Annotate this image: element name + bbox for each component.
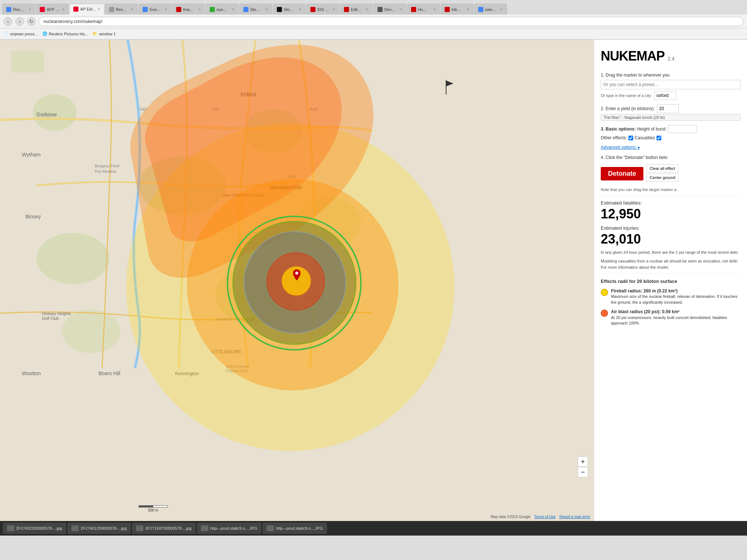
tab-goo[interactable]: Goo... ×: [139, 4, 171, 15]
reload-button[interactable]: ↻: [27, 17, 36, 26]
tab-label: IDS ...: [317, 7, 331, 12]
map-canvas: Godstow Wytham Binsey A40 A40 A40 Burges…: [0, 40, 594, 521]
tab-label: Inb...: [452, 7, 465, 12]
address-text: nuclearsecrecy.com/nukemap/: [43, 19, 102, 24]
tab-rec[interactable]: Rec... ×: [2, 4, 35, 15]
taskbar-label-5: http---prod.static9.n....JPG: [276, 526, 323, 530]
tab-label: eye...: [217, 7, 230, 12]
address-bar-row: ‹ › ↻ nuclearsecrecy.com/nukemap/: [0, 15, 747, 28]
other-effects-label: Other effects:: [601, 135, 627, 141]
injuries-label: Estimated injuries:: [601, 225, 740, 232]
clear-effects-button[interactable]: Clear all effect: [646, 164, 678, 172]
yield-preset-input[interactable]: [601, 114, 740, 121]
taskbar-item-1[interactable]: 2F27402200000578-...jpg: [3, 523, 66, 534]
taskbar-item-5[interactable]: http---prod.static9.n....JPG: [263, 523, 327, 534]
effect-fireball: Fireball radius: 260 m (0.22 km²) Maximu…: [601, 288, 740, 306]
tab-close-icon[interactable]: ×: [500, 7, 503, 12]
step1-label: 1. Drag the marker to wherever you: [601, 72, 740, 78]
right-panel: NUKEMAP 2.4 1. Drag the marker to wherev…: [594, 40, 747, 521]
tab-close-icon[interactable]: ×: [198, 7, 201, 12]
tab-close-icon[interactable]: ×: [28, 7, 31, 12]
svg-rect-8: [11, 51, 44, 73]
report-link[interactable]: Report a map error: [560, 515, 590, 519]
tab-label: Sto...: [284, 7, 297, 12]
tab-close-icon[interactable]: ×: [299, 7, 302, 12]
bookmark-icon: 📄: [4, 31, 9, 36]
tab-sto2[interactable]: Sto... ×: [273, 4, 306, 15]
tab-label: Ima...: [183, 7, 197, 12]
svg-text:Burgess Field: Burgess Field: [95, 164, 119, 168]
effect-airblast: Air blast radius (20 psi): 0.59 km² At 2…: [601, 309, 740, 326]
tab-afp[interactable]: AFP ... ×: [36, 4, 69, 15]
tab-favicon: [6, 7, 11, 12]
preset-input[interactable]: [601, 80, 740, 89]
tab-close-icon[interactable]: ×: [165, 7, 167, 12]
bookmark-window[interactable]: 📁 window 1: [92, 31, 116, 36]
tab-label: sain...: [485, 7, 499, 12]
center-ground-button[interactable]: Center ground: [646, 174, 678, 182]
tab-label: Edit...: [351, 7, 364, 12]
tab-edit[interactable]: Edit... ×: [340, 4, 373, 15]
tab-close-icon[interactable]: ×: [333, 7, 335, 12]
map-area[interactable]: Godstow Wytham Binsey A40 A40 A40 Burges…: [0, 40, 594, 521]
tab-favicon: [40, 7, 45, 12]
tab-eye[interactable]: eye... ×: [206, 4, 239, 15]
tab-close-icon[interactable]: ×: [366, 7, 369, 12]
svg-text:Wootton: Wootton: [22, 370, 41, 376]
height-of-burst-label: Height of burst:: [637, 127, 666, 132]
tab-close-icon[interactable]: ×: [433, 7, 436, 12]
taskbar-item-3[interactable]: 2F271E8700000578-...jpg: [132, 523, 196, 534]
fireball-text: Maximum size of the nuclear fireball; re…: [611, 294, 740, 305]
forward-button[interactable]: ›: [15, 17, 24, 26]
detonate-button[interactable]: Detonate: [601, 167, 643, 180]
tab-ap-edit[interactable]: AP Edi... ×: [69, 4, 104, 15]
bookmark-reuters[interactable]: 🌐 Reuters Pictures Ho...: [42, 31, 88, 36]
step4-label: 4. Click the "Detonate" button belo: [601, 154, 740, 161]
taskbar-thumb-1: [7, 525, 14, 531]
tab-favicon: [378, 7, 383, 12]
terms-link[interactable]: Terms of Use: [534, 515, 556, 519]
zoom-out-button[interactable]: −: [578, 467, 588, 477]
tab-label: Ho...: [418, 7, 431, 12]
fallout-checkbox[interactable]: [657, 136, 661, 140]
zoom-in-button[interactable]: +: [578, 456, 588, 467]
step1-section: 1. Drag the marker to wherever you Or ty…: [601, 72, 740, 100]
tab-close-icon[interactable]: ×: [131, 7, 134, 12]
tab-inb[interactable]: Inb... ×: [441, 4, 473, 15]
tab-close-icon[interactable]: ×: [266, 7, 268, 12]
taskbar-item-4[interactable]: http---prod.static9.n....JPG: [197, 523, 261, 534]
tab-favicon: [277, 7, 282, 12]
city-input[interactable]: [654, 91, 676, 100]
bookmark-eopean[interactable]: 📄 eopean press...: [4, 31, 38, 36]
casualties-checkbox[interactable]: [628, 136, 633, 140]
tab-close-icon[interactable]: ×: [232, 7, 235, 12]
tab-ids[interactable]: IDS ... ×: [306, 4, 339, 15]
airblast-text: At 20 psi overpressure, heavily built co…: [611, 315, 740, 326]
svg-marker-33: [446, 81, 453, 86]
tab-rev[interactable]: Rev... ×: [105, 4, 138, 15]
tab-ho[interactable]: Ho... ×: [407, 4, 440, 15]
tab-sto1[interactable]: Sto... ×: [239, 4, 272, 15]
tab-sain[interactable]: sain... ×: [474, 4, 507, 15]
tab-dev[interactable]: Dev... ×: [374, 4, 406, 15]
back-button[interactable]: ‹: [4, 17, 12, 26]
tab-favicon: [176, 7, 181, 12]
address-input[interactable]: nuclearsecrecy.com/nukemap/: [39, 17, 743, 26]
tab-close-icon[interactable]: ×: [62, 7, 65, 12]
taskbar-item-2[interactable]: 2F27401200000578-...jpg: [67, 523, 131, 534]
scale-label: 500 m: [148, 508, 158, 512]
flag-marker[interactable]: [444, 80, 455, 96]
taskbar-thumb-5: [267, 525, 274, 531]
tab-close-icon[interactable]: ×: [467, 7, 469, 12]
tab-ima[interactable]: Ima... ×: [172, 4, 205, 15]
svg-text:Wytham: Wytham: [22, 152, 40, 158]
detonate-row: Detonate Clear all effect Center ground: [601, 164, 740, 183]
burst-height-input[interactable]: [668, 125, 697, 133]
tab-close-icon[interactable]: ×: [98, 7, 100, 12]
location-marker[interactable]: [293, 269, 301, 280]
tab-label: Sto...: [250, 7, 264, 12]
tab-close-icon[interactable]: ×: [400, 7, 402, 12]
yield-input[interactable]: [657, 104, 679, 113]
advanced-options-toggle[interactable]: Advanced options: ▸: [601, 145, 640, 150]
tab-favicon: [243, 7, 248, 12]
